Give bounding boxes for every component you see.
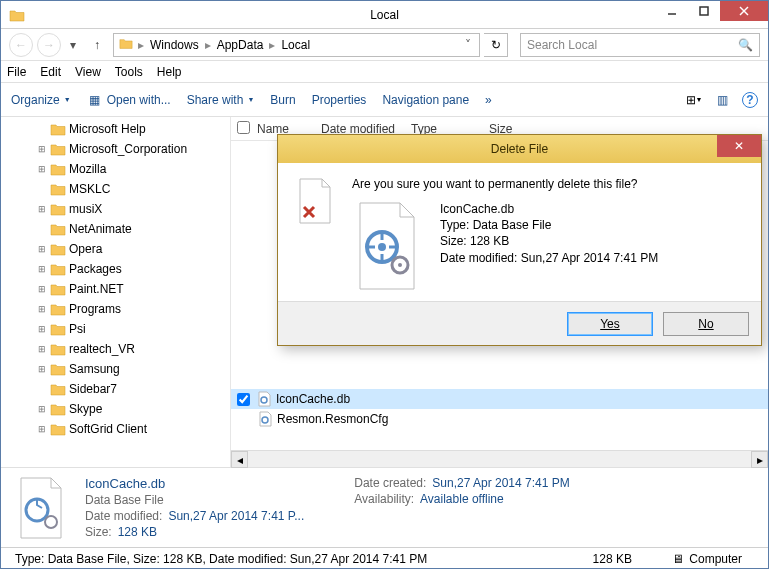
scroll-left[interactable]: ◂: [231, 451, 248, 468]
expander-icon[interactable]: ⊞: [36, 284, 47, 295]
expander-icon[interactable]: ⊞: [36, 144, 47, 155]
folder-tree[interactable]: Microsoft Help⊞Microsoft_Corporation⊞Moz…: [1, 117, 231, 467]
view-options-button[interactable]: ⊞ ▼: [686, 92, 702, 108]
forward-button[interactable]: →: [37, 33, 61, 57]
menu-file[interactable]: File: [7, 65, 26, 79]
details-availability: Available offline: [420, 492, 504, 506]
menu-view[interactable]: View: [75, 65, 101, 79]
burn-button[interactable]: Burn: [270, 93, 295, 107]
tree-item[interactable]: ⊞Programs: [1, 299, 230, 319]
expander-icon[interactable]: ⊞: [36, 324, 47, 335]
tree-item-label: realtech_VR: [69, 342, 135, 356]
expander-icon[interactable]: ⊞: [36, 344, 47, 355]
expander-icon[interactable]: ⊞: [36, 204, 47, 215]
status-bar: Type: Data Base File, Size: 128 KB, Date…: [1, 547, 768, 569]
tree-item[interactable]: ⊞Mozilla: [1, 159, 230, 179]
item-checkbox[interactable]: [237, 393, 250, 406]
more-commands-button[interactable]: »: [485, 93, 492, 107]
no-button[interactable]: No: [663, 312, 749, 336]
tree-item[interactable]: ⊞Samsung: [1, 359, 230, 379]
breadcrumb[interactable]: AppData: [213, 38, 268, 52]
horizontal-scrollbar[interactable]: ◂ ▸: [231, 450, 768, 467]
preview-pane-button[interactable]: ▥: [714, 92, 730, 108]
search-placeholder: Search Local: [527, 38, 597, 52]
dialog-title-bar[interactable]: Delete File ✕: [278, 135, 761, 163]
title-bar: Local: [1, 1, 768, 29]
dialog-question: Are you sure you want to permanently del…: [352, 177, 743, 191]
expander-icon[interactable]: ⊞: [36, 244, 47, 255]
organize-button[interactable]: Organize ▼: [11, 93, 71, 107]
tree-item[interactable]: ⊞SoftGrid Client: [1, 419, 230, 439]
breadcrumb[interactable]: Windows: [146, 38, 203, 52]
tree-item-label: SoftGrid Client: [69, 422, 147, 436]
menu-edit[interactable]: Edit: [40, 65, 61, 79]
tree-item[interactable]: ⊞Opera: [1, 239, 230, 259]
yes-button[interactable]: Yes: [567, 312, 653, 336]
expander-icon[interactable]: [36, 124, 47, 135]
tree-item[interactable]: ⊞realtech_VR: [1, 339, 230, 359]
scroll-right[interactable]: ▸: [751, 451, 768, 468]
properties-button[interactable]: Properties: [312, 93, 367, 107]
help-button[interactable]: ?: [742, 92, 758, 108]
dialog-file-name: IconCache.db: [440, 201, 658, 217]
up-button[interactable]: ↑: [85, 33, 109, 57]
tree-item[interactable]: ⊞musiX: [1, 199, 230, 219]
refresh-button[interactable]: ↻: [484, 33, 508, 57]
tree-item[interactable]: ⊞Psi: [1, 319, 230, 339]
tree-item[interactable]: Sidebar7: [1, 379, 230, 399]
expander-icon[interactable]: ⊞: [36, 364, 47, 375]
tree-item[interactable]: NetAnimate: [1, 219, 230, 239]
tree-item[interactable]: MSKLC: [1, 179, 230, 199]
database-file-icon: [257, 411, 273, 427]
list-item[interactable]: IconCache.db: [231, 389, 768, 409]
folder-icon: [50, 402, 66, 416]
tree-item[interactable]: ⊞Packages: [1, 259, 230, 279]
folder-icon: [118, 37, 134, 53]
file-name: IconCache.db: [276, 392, 350, 406]
details-size: 128 KB: [118, 525, 157, 539]
tree-item-label: NetAnimate: [69, 222, 132, 236]
tree-item[interactable]: ⊞Microsoft_Corporation: [1, 139, 230, 159]
tree-item-label: Mozilla: [69, 162, 106, 176]
expander-icon[interactable]: ⊞: [36, 424, 47, 435]
database-file-icon: [256, 391, 272, 407]
expander-icon[interactable]: ⊞: [36, 264, 47, 275]
dialog-close-button[interactable]: ✕: [717, 135, 761, 157]
window-controls: [656, 1, 768, 21]
expander-icon[interactable]: ⊞: [36, 304, 47, 315]
menu-help[interactable]: Help: [157, 65, 182, 79]
expander-icon[interactable]: [36, 224, 47, 235]
list-item[interactable]: Resmon.ResmonCfg: [231, 409, 768, 429]
tree-item-label: musiX: [69, 202, 102, 216]
tree-item[interactable]: ⊞Skype: [1, 399, 230, 419]
back-button[interactable]: ←: [9, 33, 33, 57]
close-button[interactable]: [720, 1, 768, 21]
tree-item[interactable]: Microsoft Help: [1, 119, 230, 139]
maximize-button[interactable]: [688, 1, 720, 21]
share-with-button[interactable]: Share with ▼: [187, 93, 255, 107]
history-dropdown[interactable]: ▾: [65, 33, 81, 57]
breadcrumb[interactable]: Local: [277, 38, 314, 52]
expander-icon[interactable]: ⊞: [36, 404, 47, 415]
expander-icon[interactable]: ⊞: [36, 164, 47, 175]
delete-warning-icon: [296, 177, 336, 291]
status-location: 🖥 Computer: [672, 552, 742, 566]
address-dropdown[interactable]: ˅: [459, 38, 477, 52]
open-with-button[interactable]: ▦Open with...: [87, 92, 171, 108]
expander-icon[interactable]: [36, 184, 47, 195]
tree-item[interactable]: ⊞Paint.NET: [1, 279, 230, 299]
folder-icon: [50, 262, 66, 276]
select-all-checkbox[interactable]: [237, 121, 250, 134]
menu-tools[interactable]: Tools: [115, 65, 143, 79]
expander-icon[interactable]: [36, 384, 47, 395]
navigation-pane-button[interactable]: Navigation pane: [382, 93, 469, 107]
dialog-file-type: Type: Data Base File: [440, 217, 658, 233]
tree-item-label: Packages: [69, 262, 122, 276]
folder-icon: [50, 322, 66, 336]
details-pane: IconCache.db Data Base File Date modifie…: [1, 467, 768, 547]
address-bar[interactable]: ▸ Windows ▸ AppData ▸ Local ˅: [113, 33, 480, 57]
minimize-button[interactable]: [656, 1, 688, 21]
tree-item-label: Psi: [69, 322, 86, 336]
details-filename: IconCache.db: [85, 476, 304, 491]
search-input[interactable]: Search Local 🔍: [520, 33, 760, 57]
